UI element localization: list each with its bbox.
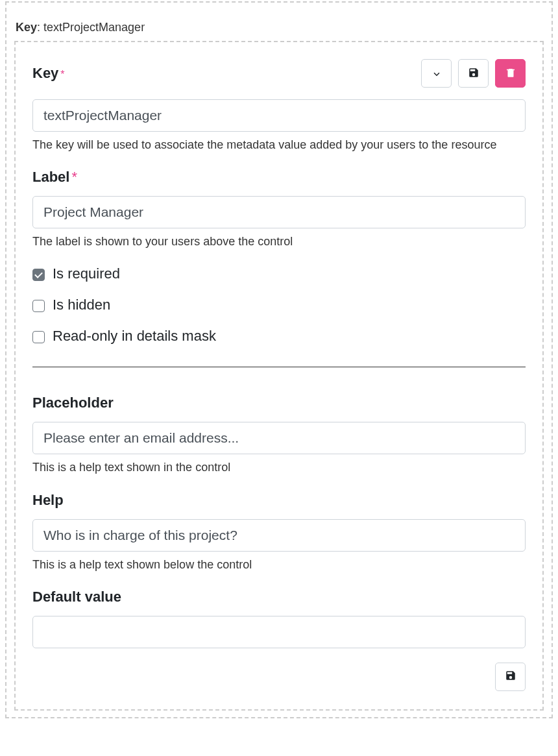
is-hidden-checkbox[interactable] [32, 300, 45, 312]
header-key-label: Key [16, 21, 37, 34]
action-buttons [421, 59, 526, 88]
default-value-field-label: Default value [32, 589, 526, 605]
readonly-label: Read-only in details mask [53, 328, 216, 345]
form-panel: Key* T [14, 41, 544, 711]
help-below-text: This is a help text shown below the cont… [32, 557, 526, 573]
is-required-checkbox-row[interactable]: Is required [32, 265, 526, 282]
delete-button[interactable] [495, 59, 526, 88]
help-field-label: Help [32, 492, 526, 509]
arrow-down-icon [431, 67, 443, 80]
panel-header: Key: textProjectManager [14, 9, 544, 41]
save-icon [468, 67, 479, 80]
readonly-checkbox-row[interactable]: Read-only in details mask [32, 328, 526, 345]
footer-actions [32, 663, 526, 691]
label-field-row: Label* [32, 169, 526, 186]
footer-save-button[interactable] [495, 663, 526, 691]
placeholder-input[interactable] [32, 422, 526, 454]
section-divider [32, 367, 526, 367]
header-key-value: textProjectManager [43, 21, 145, 34]
label-field-label: Label [32, 169, 69, 185]
placeholder-field-label: Placeholder [32, 395, 526, 411]
trash-icon [505, 67, 516, 80]
key-label-row: Key* [32, 59, 526, 88]
default-value-input[interactable] [32, 616, 526, 648]
label-input[interactable] [32, 196, 526, 228]
label-help-text: The label is shown to your users above t… [32, 234, 526, 250]
is-hidden-checkbox-row[interactable]: Is hidden [32, 297, 526, 313]
help-input[interactable] [32, 519, 526, 552]
required-asterisk: * [71, 169, 77, 185]
save-icon [505, 670, 516, 683]
move-down-button[interactable] [421, 59, 452, 88]
key-input[interactable] [32, 99, 526, 132]
outer-panel: Key: textProjectManager Key* [5, 1, 553, 718]
readonly-checkbox[interactable] [32, 331, 45, 343]
is-required-label: Is required [53, 265, 120, 282]
is-required-checkbox[interactable] [32, 269, 45, 281]
save-button[interactable] [458, 59, 489, 88]
placeholder-help-text: This is a help text shown in the control [32, 459, 526, 476]
key-field-label: Key [32, 65, 58, 82]
is-hidden-label: Is hidden [53, 297, 110, 313]
required-asterisk: * [60, 69, 64, 80]
key-help-text: The key will be used to associate the me… [32, 137, 526, 153]
